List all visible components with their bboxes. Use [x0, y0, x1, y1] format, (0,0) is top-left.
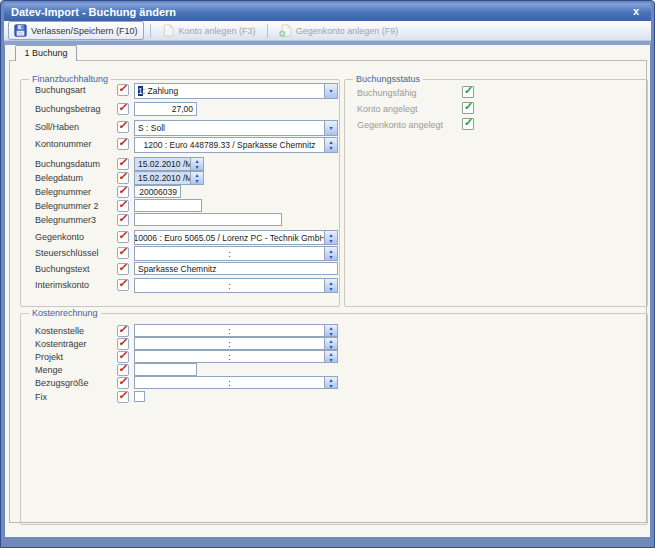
apply-checkbox[interactable]: ✓	[117, 172, 129, 184]
gegenkonto-spinner[interactable]: 10006 : Euro 5065.05 / Lorenz PC - Techn…	[134, 230, 338, 245]
belegdatum-value: 15.02.2010 /Mo	[135, 172, 190, 184]
red-check-icon: ✓	[118, 261, 129, 273]
apply-checkbox[interactable]: ✓	[117, 391, 129, 403]
spinner-updown-icon[interactable]: ▴▾	[324, 247, 337, 260]
sollhaben-value: S : Soll	[135, 121, 324, 135]
bezugsgroesse-label: Bezugsgröße	[35, 378, 89, 388]
window-title: Datev-Import - Buchung ändern	[11, 6, 176, 18]
dropdown-arrow-icon[interactable]: ▾	[324, 84, 337, 98]
apply-checkbox[interactable]: ✓	[117, 158, 129, 170]
tab-buchung[interactable]: 1 Buchung	[15, 45, 77, 61]
buchungsart-label: Buchungsart	[35, 85, 86, 95]
buchungsbetrag-input[interactable]	[134, 102, 197, 116]
green-check-icon: ✓	[464, 116, 473, 128]
steuerschluessel-label: Steuerschlüssel	[35, 248, 99, 258]
menge-input[interactable]	[134, 363, 197, 376]
spinner-updown-icon[interactable]: ▴▾	[324, 338, 337, 349]
gegenkonto-angelegt-label: Gegenkonto angelegt	[357, 120, 443, 130]
menge-label: Menge	[35, 365, 63, 375]
red-check-icon: ✓	[118, 119, 129, 131]
belegnummer3-input[interactable]	[134, 213, 282, 226]
spinner-updown-icon[interactable]: ▴▾	[324, 351, 337, 362]
belegnummer2-input[interactable]	[134, 199, 202, 212]
spinner-updown-icon[interactable]: ▴▾	[324, 231, 337, 244]
buchungsfaehig-label: Buchungsfähig	[357, 88, 417, 98]
apply-checkbox[interactable]: ✓	[117, 231, 129, 243]
red-check-icon: ✓	[118, 349, 129, 361]
steuerschluessel-value: :	[135, 247, 324, 260]
save-icon	[14, 24, 27, 37]
apply-checkbox[interactable]: ✓	[117, 186, 129, 198]
red-check-icon: ✓	[118, 375, 129, 387]
create-contra-account-button[interactable]: Gegenkonto anlegen (F9)	[274, 22, 404, 39]
projekt-spinner[interactable]: : ▴▾	[134, 350, 338, 363]
green-check-icon: ✓	[464, 100, 473, 112]
apply-checkbox[interactable]: ✓	[117, 263, 129, 275]
sollhaben-dropdown[interactable]: S : Soll ▾	[134, 120, 338, 136]
buchungsdatum-value: 15.02.2010 /Mo	[135, 158, 190, 170]
group-title: Finanzbuchhaltung	[29, 73, 111, 85]
apply-checkbox[interactable]: ✓	[117, 121, 129, 133]
red-check-icon: ✓	[118, 229, 129, 241]
green-check-icon: ✓	[464, 84, 473, 96]
red-check-icon: ✓	[118, 156, 129, 168]
buchungstext-input[interactable]	[134, 262, 338, 275]
buchungsfaehig-checkbox[interactable]: ✓	[462, 86, 474, 98]
spinner-updown-icon[interactable]: ▴▾	[190, 172, 203, 184]
dropdown-arrow-icon[interactable]: ▾	[324, 121, 337, 135]
apply-checkbox[interactable]: ✓	[117, 138, 129, 150]
kostentraeger-value: :	[135, 338, 324, 349]
buchungsbetrag-label: Buchungsbetrag	[35, 104, 101, 114]
belegdatum-spinner[interactable]: 15.02.2010 /Mo ▴▾	[134, 171, 204, 185]
group-buchungsstatus: Buchungsstatus Buchungsfähig ✓ Konto ang…	[344, 79, 648, 307]
spinner-updown-icon[interactable]: ▴▾	[324, 325, 337, 336]
apply-checkbox[interactable]: ✓	[117, 200, 129, 212]
red-check-icon: ✓	[118, 212, 129, 224]
konto-angelegt-checkbox[interactable]: ✓	[462, 102, 474, 114]
spinner-updown-icon[interactable]: ▴▾	[324, 279, 337, 292]
buchungsart-dropdown[interactable]: 1 : Zahlung ▾	[134, 83, 338, 99]
close-button[interactable]: x	[629, 3, 643, 21]
buchungsdatum-label: Buchungsdatum	[35, 159, 100, 169]
fix-label: Fix	[35, 392, 47, 402]
apply-checkbox[interactable]: ✓	[117, 279, 129, 291]
belegnummer-input[interactable]	[134, 185, 181, 198]
dialog-window: Datev-Import - Buchung ändern x Verlasse…	[0, 0, 655, 548]
belegnummer-label: Belegnummer	[35, 187, 91, 197]
red-check-icon: ✓	[118, 245, 129, 257]
kostenstelle-spinner[interactable]: : ▴▾	[134, 324, 338, 337]
spinner-updown-icon[interactable]: ▴▾	[324, 138, 337, 152]
projekt-label: Projekt	[35, 352, 63, 362]
dialog-content: 1 Buchung Finanzbuchhaltung Buchungsart …	[5, 45, 650, 537]
group-finanzbuchhaltung: Finanzbuchhaltung Buchungsart ✓ 1 : Zahl…	[20, 79, 340, 307]
buchungsdatum-spinner[interactable]: 15.02.2010 /Mo ▴▾	[134, 157, 204, 171]
create-account-button[interactable]: Konto anlegen (F3)	[157, 22, 261, 39]
spinner-updown-icon[interactable]: ▴▾	[190, 158, 203, 170]
bezugsgroesse-spinner[interactable]: : ▴▾	[134, 376, 338, 389]
gegenkonto-value: 10006 : Euro 5065.05 / Lorenz PC - Techn…	[135, 231, 324, 244]
interimskonto-spinner[interactable]: : ▴▾	[134, 278, 338, 293]
gegenkonto-label: Gegenkonto	[35, 232, 84, 242]
steuerschluessel-spinner[interactable]: : ▴▾	[134, 246, 338, 261]
spinner-updown-icon[interactable]: ▴▾	[324, 377, 337, 388]
konto-angelegt-label: Konto angelegt	[357, 104, 418, 114]
save-exit-label: Verlassen/Speichern (F10)	[31, 26, 138, 36]
buchungsart-value: 1 : Zahlung	[135, 84, 324, 98]
create-account-label: Konto anlegen (F3)	[179, 26, 256, 36]
red-check-icon: ✓	[118, 336, 129, 348]
gegenkonto-angelegt-checkbox[interactable]: ✓	[462, 118, 474, 130]
fix-checkbox[interactable]	[134, 391, 145, 402]
apply-checkbox[interactable]: ✓	[117, 84, 129, 96]
kontonummer-spinner[interactable]: 1200 : Euro 448789.33 / Sparkasse Chemni…	[134, 137, 338, 153]
tab-page: Finanzbuchhaltung Buchungsart ✓ 1 : Zahl…	[9, 60, 647, 523]
apply-checkbox[interactable]: ✓	[117, 103, 129, 115]
apply-checkbox[interactable]: ✓	[117, 247, 129, 259]
apply-checkbox[interactable]: ✓	[117, 377, 129, 389]
red-check-icon: ✓	[118, 323, 129, 335]
kostentraeger-spinner[interactable]: : ▴▾	[134, 337, 338, 350]
apply-checkbox[interactable]: ✓	[117, 214, 129, 226]
toolbar: Verlassen/Speichern (F10) Konto anlegen …	[4, 21, 651, 41]
buchungstext-label: Buchungstext	[35, 264, 90, 274]
toolbar-separator	[150, 24, 151, 38]
save-exit-button[interactable]: Verlassen/Speichern (F10)	[8, 21, 144, 40]
